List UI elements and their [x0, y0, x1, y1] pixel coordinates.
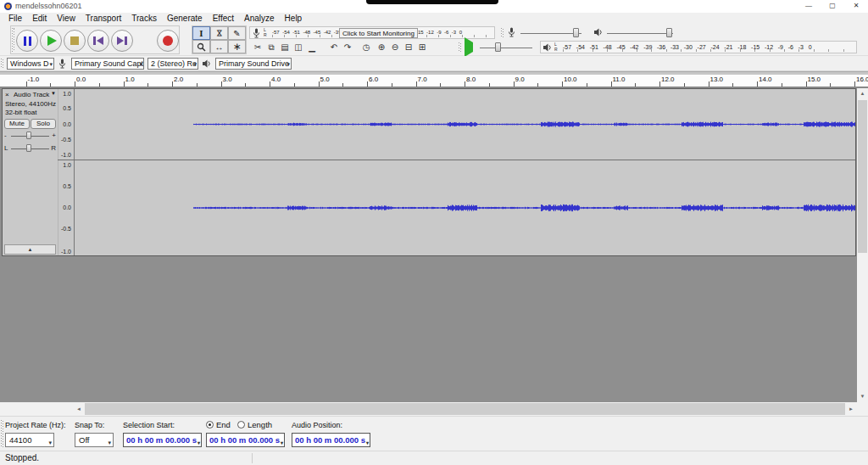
timeline-label: 16.0 [856, 76, 868, 83]
record-button[interactable] [157, 30, 179, 52]
copy-button[interactable]: ⧉ [264, 41, 278, 53]
multi-tool-button[interactable]: ∗ [228, 40, 246, 53]
stop-button[interactable] [64, 30, 86, 52]
audio-track: × Audio Track ▼ Stereo, 44100Hz 32-bit f… [2, 88, 856, 256]
vruler-label: 0.5 [63, 183, 71, 189]
track-title[interactable]: Audio Track [14, 91, 49, 98]
fit-selection-button[interactable]: ⊟ [402, 41, 415, 53]
toolbar-dock: I ⋈ ✎ ↔ ∗ LR -57 -54 -51 -48 -45 -42 -39… [0, 25, 868, 56]
skip-to-start-icon [93, 36, 103, 45]
fit-project-button[interactable]: ⊞ [415, 41, 429, 53]
menu-tracks[interactable]: Tracks [126, 13, 162, 25]
menu-help[interactable]: Help [280, 13, 308, 25]
selection-tool-button[interactable]: I [192, 26, 210, 40]
paste-button[interactable]: ▤ [278, 41, 292, 53]
skip-to-end-button[interactable] [111, 30, 133, 52]
playback-volume-track[interactable] [607, 33, 673, 34]
audio-host-dropdown[interactable]: Windows D [7, 58, 54, 70]
scissors-icon: ✂ [254, 42, 261, 52]
toolbar-gripper[interactable] [501, 28, 504, 37]
solo-button[interactable]: Solo [31, 119, 56, 129]
scrollbar-row: ◄ ► [0, 402, 868, 416]
toolbar-gripper[interactable] [459, 42, 462, 53]
maximize-button[interactable]: ▢ [821, 0, 844, 13]
horizontal-scrollbar[interactable]: ◄ ► [73, 402, 857, 416]
zoom-out-button[interactable]: ⊖ [388, 41, 402, 53]
click-to-start-monitoring[interactable]: Click to Start Monitoring [339, 28, 418, 38]
zoom-tool-button[interactable] [192, 40, 210, 53]
recording-meter[interactable]: LR -57 -54 -51 -48 -45 -42 -39 -36 -33 -… [249, 26, 495, 39]
scroll-down-button[interactable]: ▼ [857, 391, 868, 402]
skip-to-start-button[interactable] [87, 30, 109, 52]
speed-slider-knob[interactable] [495, 42, 501, 52]
draw-tool-button[interactable]: ✎ [228, 26, 246, 40]
trim-audio-button[interactable]: ◫ [292, 41, 305, 53]
radio-end[interactable]: End [206, 420, 231, 429]
vertical-scrollbar[interactable]: ▲ ▼ [857, 88, 868, 402]
radio-length[interactable]: Length [237, 420, 272, 429]
recording-device-dropdown[interactable]: Primary Sound Capt [71, 58, 144, 70]
collapse-track-button[interactable]: ▲ [4, 244, 56, 255]
timeline-label: 0.0 [76, 76, 86, 83]
menu-analyze[interactable]: Analyze [239, 13, 280, 25]
audio-position-field[interactable]: 00 h 00 m 00.000 s [292, 433, 370, 447]
menu-effect[interactable]: Effect [208, 13, 239, 25]
magnifier-icon [197, 42, 206, 52]
sync-lock-button[interactable]: ◷ [359, 41, 373, 53]
project-rate-dropdown[interactable]: 44100 [5, 433, 54, 447]
window-title: mendelssohn06201 [15, 0, 82, 13]
scroll-right-button[interactable]: ► [845, 402, 857, 416]
menu-view[interactable]: View [52, 13, 81, 25]
play-button[interactable] [40, 30, 62, 52]
pause-button[interactable] [16, 30, 38, 52]
play-at-speed-button[interactable] [465, 42, 473, 52]
waveform-channel-left[interactable] [75, 89, 855, 160]
silence-audio-button[interactable]: ▁ [305, 41, 319, 53]
undo-button[interactable]: ↶ [327, 41, 341, 53]
playback-meter[interactable]: LR -57 -54 -51 -48 -45 -42 -39 -36 -33 -… [540, 41, 857, 53]
scroll-up-button[interactable]: ▲ [857, 88, 868, 99]
speed-slider-track[interactable] [480, 48, 532, 48]
recording-channels-dropdown[interactable]: 2 (Stereo) Re [147, 58, 198, 70]
scroll-left-button[interactable]: ◄ [73, 402, 85, 416]
timeline-tick [587, 83, 587, 87]
mute-button[interactable]: Mute [4, 119, 30, 129]
waveform-channel-right[interactable] [75, 160, 855, 255]
redo-button[interactable]: ↷ [341, 41, 354, 53]
vertical-scrollbar-thumb[interactable] [858, 100, 867, 253]
cut-button[interactable]: ✂ [251, 41, 264, 53]
track-area: × Audio Track ▼ Stereo, 44100Hz 32-bit f… [0, 87, 868, 402]
audacity-logo-icon [4, 3, 12, 10]
close-button[interactable]: ✕ [844, 0, 868, 13]
horizontal-scrollbar-thumb[interactable] [85, 403, 845, 415]
gain-slider[interactable]: - + [4, 131, 56, 141]
pan-slider[interactable]: L R [4, 143, 56, 154]
timeline-ruler[interactable]: -1.00.01.02.03.04.05.06.07.08.09.010.011… [0, 75, 868, 87]
playback-volume-knob[interactable] [666, 28, 672, 37]
menu-file[interactable]: File [3, 13, 27, 25]
close-track-button[interactable]: × [5, 91, 9, 98]
toolbar-gripper[interactable] [12, 28, 15, 52]
snap-to-dropdown[interactable]: Off [75, 433, 114, 447]
menu-generate[interactable]: Generate [162, 13, 208, 25]
menu-edit[interactable]: Edit [27, 13, 52, 25]
microphone-icon [58, 59, 67, 69]
selection-end-field[interactable]: 00 h 00 m 00.000 s [206, 433, 285, 447]
track-menu-button[interactable]: ▼ [51, 91, 56, 96]
zoom-in-button[interactable]: ⊕ [375, 41, 388, 53]
menu-transport[interactable]: Transport [81, 13, 126, 25]
playback-device-dropdown[interactable]: Primary Sound Drive [215, 58, 292, 70]
pan-slider-knob[interactable] [26, 144, 31, 152]
toolbar-gripper[interactable] [1, 59, 4, 68]
selection-start-field[interactable]: 00 h 00 m 00.000 s [123, 433, 202, 447]
envelope-tool-button[interactable]: ⋈ [210, 26, 228, 40]
timeshift-tool-button[interactable]: ↔ [210, 40, 228, 53]
vertical-ruler[interactable]: 1.0 0.5 0.0 -0.5 -1.0 1.0 0.5 0.0 -0.5 -… [58, 89, 75, 255]
gain-slider-knob[interactable] [26, 132, 31, 139]
toolbar-gripper[interactable] [1, 420, 4, 447]
recording-volume-knob[interactable] [573, 28, 579, 37]
timeline-tick [75, 81, 75, 87]
timeline-label: -1.0 [28, 76, 40, 83]
speaker-icon [593, 27, 604, 37]
minimize-button[interactable]: — [797, 0, 821, 13]
